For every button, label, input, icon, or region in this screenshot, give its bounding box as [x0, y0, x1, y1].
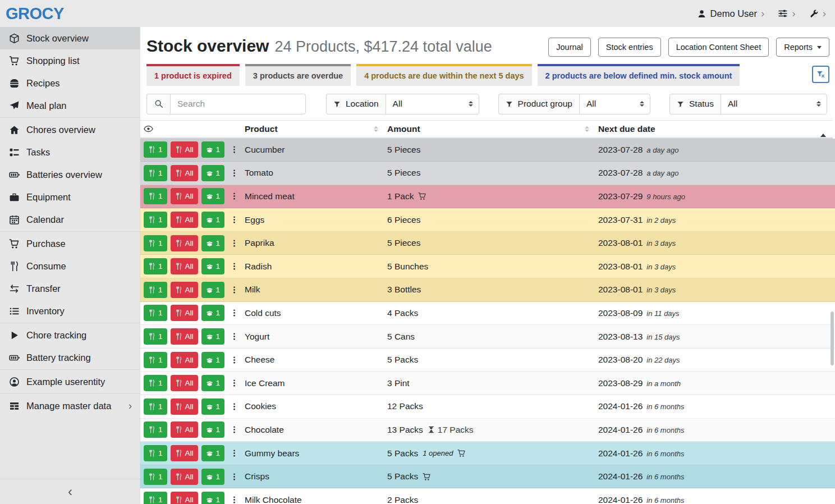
- sidebar-item-transfer[interactable]: Transfer: [0, 277, 140, 300]
- search-input[interactable]: [170, 94, 306, 114]
- row-menu-button[interactable]: [229, 286, 240, 294]
- row-menu-button[interactable]: [229, 379, 240, 387]
- row-menu-button[interactable]: [229, 309, 240, 317]
- row-menu-button[interactable]: [229, 473, 240, 481]
- row-menu-button[interactable]: [229, 402, 240, 411]
- consume-all-button[interactable]: All: [171, 235, 198, 251]
- consume-all-button[interactable]: All: [171, 469, 198, 485]
- consume-one-button[interactable]: 1: [144, 212, 167, 228]
- open-one-button[interactable]: 1: [201, 212, 225, 228]
- open-one-button[interactable]: 1: [201, 235, 225, 251]
- sidebar-item-tasks[interactable]: Tasks: [0, 141, 140, 163]
- sidebar-collapse-button[interactable]: ‹: [0, 479, 140, 504]
- scrollbar-thumb[interactable]: [831, 311, 834, 365]
- open-one-button[interactable]: 1: [201, 282, 225, 298]
- filter-select[interactable]: All: [386, 94, 479, 114]
- status-banner[interactable]: 1 product is expired: [146, 64, 240, 86]
- sidebar-item-recipes[interactable]: Recipes: [0, 72, 140, 94]
- open-one-button[interactable]: 1: [201, 305, 225, 321]
- open-one-button[interactable]: 1: [201, 421, 225, 438]
- column-header-amount[interactable]: Amount: [387, 124, 598, 134]
- sidebar-item-meal-plan[interactable]: Meal plan: [0, 94, 140, 117]
- open-one-button[interactable]: 1: [201, 165, 225, 181]
- consume-one-button[interactable]: 1: [144, 375, 167, 391]
- consume-all-button[interactable]: All: [171, 212, 198, 228]
- consume-one-button[interactable]: 1: [144, 282, 167, 298]
- filter-select[interactable]: All: [721, 94, 827, 114]
- open-one-button[interactable]: 1: [201, 352, 225, 368]
- consume-one-button[interactable]: 1: [144, 492, 167, 504]
- consume-one-button[interactable]: 1: [144, 352, 167, 368]
- sidebar-item-batteries-overview[interactable]: Batteries overview: [0, 163, 140, 186]
- consume-one-button[interactable]: 1: [144, 305, 167, 321]
- consume-one-button[interactable]: 1: [144, 445, 167, 461]
- consume-one-button[interactable]: 1: [144, 328, 167, 345]
- user-menu[interactable]: Demo User ›: [697, 8, 765, 19]
- row-menu-button[interactable]: [229, 169, 240, 177]
- filter-select[interactable]: All: [579, 94, 650, 114]
- eye-icon[interactable]: [144, 124, 153, 134]
- sidebar-item-chore-tracking[interactable]: Chore tracking: [0, 324, 140, 346]
- open-one-button[interactable]: 1: [201, 188, 225, 204]
- sidebar-item-manage-master-data[interactable]: Manage master data ›: [0, 395, 140, 417]
- clear-filters-button[interactable]: [812, 66, 829, 83]
- sidebar-item-equipment[interactable]: Equipment: [0, 186, 140, 208]
- row-menu-button[interactable]: [229, 239, 240, 248]
- row-menu-button[interactable]: [229, 496, 240, 504]
- consume-one-button[interactable]: 1: [144, 188, 167, 204]
- consume-all-button[interactable]: All: [171, 375, 198, 391]
- consume-all-button[interactable]: All: [171, 141, 198, 158]
- sidebar-item-battery-tracking[interactable]: Battery tracking: [0, 346, 140, 369]
- consume-all-button[interactable]: All: [171, 421, 198, 438]
- reports-button[interactable]: Reports: [776, 38, 829, 57]
- consume-all-button[interactable]: All: [171, 445, 198, 461]
- status-banner[interactable]: 3 products are overdue: [245, 64, 351, 86]
- row-menu-button[interactable]: [229, 449, 240, 457]
- open-one-button[interactable]: 1: [201, 328, 225, 345]
- admin-menu[interactable]: ›: [809, 9, 826, 19]
- app-logo[interactable]: GROCY: [6, 4, 64, 23]
- consume-all-button[interactable]: All: [171, 352, 198, 368]
- consume-all-button[interactable]: All: [171, 398, 198, 415]
- open-one-button[interactable]: 1: [201, 469, 225, 485]
- open-one-button[interactable]: 1: [201, 492, 225, 504]
- sidebar-item-inventory[interactable]: Inventory: [0, 300, 140, 322]
- journal-button[interactable]: Journal: [548, 38, 591, 57]
- consume-one-button[interactable]: 1: [144, 469, 167, 485]
- status-banner[interactable]: 4 products are due within the next 5 day…: [356, 64, 531, 86]
- consume-one-button[interactable]: 1: [144, 421, 167, 438]
- open-one-button[interactable]: 1: [201, 398, 225, 415]
- sidebar-item-stock-overview[interactable]: Stock overview: [0, 27, 140, 49]
- consume-all-button[interactable]: All: [171, 492, 198, 504]
- sidebar-item-example-userentity[interactable]: Example userentity: [0, 370, 140, 393]
- sidebar-item-shopping-list[interactable]: Shopping list: [0, 49, 140, 72]
- row-menu-button[interactable]: [229, 262, 240, 271]
- sidebar-item-calendar[interactable]: Calendar: [0, 208, 140, 231]
- open-one-button[interactable]: 1: [201, 375, 225, 391]
- stock-entries-button[interactable]: Stock entries: [598, 38, 661, 57]
- consume-one-button[interactable]: 1: [144, 141, 167, 158]
- row-menu-button[interactable]: [229, 425, 240, 434]
- consume-one-button[interactable]: 1: [144, 165, 167, 181]
- sidebar-item-consume[interactable]: Consume: [0, 255, 140, 277]
- settings-menu[interactable]: ›: [778, 8, 795, 19]
- consume-all-button[interactable]: All: [171, 258, 198, 274]
- column-header-next-due-date[interactable]: Next due date: [598, 124, 833, 134]
- sidebar-item-purchase[interactable]: Purchase: [0, 232, 140, 255]
- sidebar-item-chores-overview[interactable]: Chores overview: [0, 118, 140, 141]
- row-menu-button[interactable]: [229, 356, 240, 364]
- row-menu-button[interactable]: [229, 145, 240, 154]
- consume-all-button[interactable]: All: [171, 188, 198, 204]
- row-menu-button[interactable]: [229, 192, 240, 200]
- consume-one-button[interactable]: 1: [144, 258, 167, 274]
- location-content-sheet-button[interactable]: Location Content Sheet: [668, 38, 769, 57]
- consume-all-button[interactable]: All: [171, 305, 198, 321]
- open-one-button[interactable]: 1: [201, 445, 225, 461]
- consume-all-button[interactable]: All: [171, 328, 198, 345]
- consume-one-button[interactable]: 1: [144, 235, 167, 251]
- row-menu-button[interactable]: [229, 332, 240, 341]
- open-one-button[interactable]: 1: [201, 258, 225, 274]
- consume-all-button[interactable]: All: [171, 282, 198, 298]
- row-menu-button[interactable]: [229, 216, 240, 224]
- column-header-product[interactable]: Product: [245, 124, 387, 134]
